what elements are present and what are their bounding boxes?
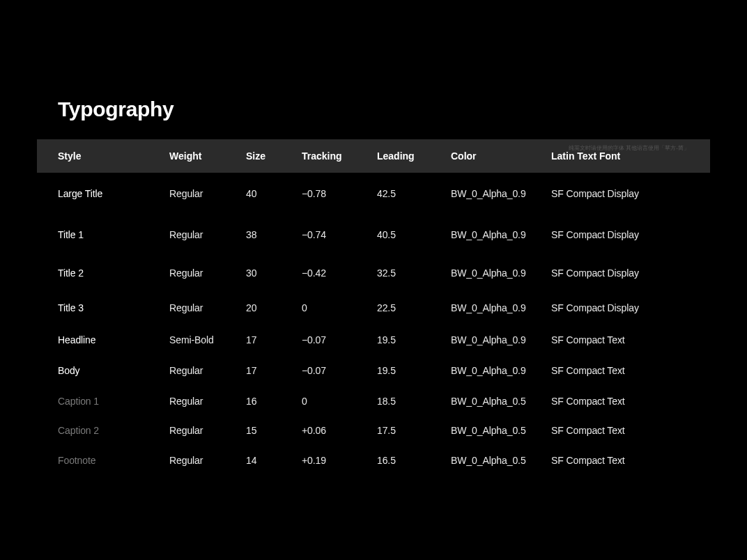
cell-leading: 19.5 [377, 365, 451, 376]
cell-font: SF Compact Text [551, 455, 691, 466]
cell-tracking: −0.78 [302, 188, 377, 199]
table-row: Title 1Regular38−0.7440.5BW_0_Alpha_0.9S… [37, 214, 710, 255]
cell-weight: Regular [169, 365, 246, 376]
table-header: Style Weight Size Tracking Leading Color… [37, 139, 710, 173]
cell-style: Body [37, 365, 169, 376]
header-size: Size [246, 150, 302, 162]
cell-weight: Regular [169, 229, 246, 240]
cell-tracking: −0.07 [302, 365, 377, 376]
cell-leading: 18.5 [377, 396, 451, 407]
cell-leading: 17.5 [377, 425, 451, 436]
header-color: Color [451, 150, 551, 162]
table-row: Caption 2Regular15+0.0617.5BW_0_Alpha_0.… [37, 416, 710, 445]
cell-size: 20 [246, 302, 302, 313]
cell-tracking: +0.19 [302, 455, 377, 466]
cell-style: Title 3 [37, 302, 169, 313]
cell-weight: Regular [169, 396, 246, 407]
cell-color: BW_0_Alpha_0.9 [451, 267, 551, 279]
cell-color: BW_0_Alpha_0.5 [451, 425, 551, 436]
cell-size: 16 [246, 396, 302, 407]
header-style: Style [37, 150, 169, 162]
header-weight: Weight [169, 150, 246, 162]
table-row: Caption 1Regular16018.5BW_0_Alpha_0.5SF … [37, 386, 710, 416]
cell-leading: 22.5 [377, 302, 451, 313]
cell-font: SF Compact Text [551, 365, 691, 376]
cell-tracking: −0.74 [302, 229, 377, 240]
cell-leading: 16.5 [377, 455, 451, 466]
table-row: Large TitleRegular40−0.7842.5BW_0_Alpha_… [37, 173, 710, 214]
cell-font: SF Compact Display [551, 302, 691, 313]
cell-style: Headline [37, 334, 169, 345]
cell-weight: Regular [169, 188, 246, 199]
cell-font: SF Compact Display [551, 229, 691, 240]
cell-leading: 32.5 [377, 267, 451, 279]
table-body: Large TitleRegular40−0.7842.5BW_0_Alpha_… [37, 173, 710, 476]
cell-weight: Regular [169, 267, 246, 279]
cell-tracking: +0.06 [302, 425, 377, 436]
cell-tracking: −0.42 [302, 267, 377, 279]
cell-leading: 42.5 [377, 188, 451, 199]
cell-style: Footnote [37, 455, 169, 466]
cell-weight: Regular [169, 302, 246, 313]
cell-tracking: 0 [302, 396, 377, 407]
cell-size: 17 [246, 365, 302, 376]
header-leading: Leading [377, 150, 451, 162]
cell-size: 17 [246, 334, 302, 345]
cell-weight: Regular [169, 455, 246, 466]
cell-font: SF Compact Display [551, 267, 691, 279]
cell-font: SF Compact Text [551, 425, 691, 436]
cell-tracking: 0 [302, 302, 377, 313]
header-tracking: Tracking [302, 150, 377, 162]
cell-color: BW_0_Alpha_0.9 [451, 188, 551, 199]
cell-leading: 40.5 [377, 229, 451, 240]
cell-color: BW_0_Alpha_0.9 [451, 365, 551, 376]
header-font: Latin Text Font [551, 150, 691, 162]
cell-color: BW_0_Alpha_0.9 [451, 302, 551, 313]
cell-color: BW_0_Alpha_0.5 [451, 396, 551, 407]
cell-tracking: −0.07 [302, 334, 377, 345]
cell-font: SF Compact Text [551, 396, 691, 407]
cell-size: 40 [246, 188, 302, 199]
cell-size: 14 [246, 455, 302, 466]
typography-spec: Typography Style Weight Size Tracking Le… [0, 0, 747, 476]
header-note: 纯英文时请使用的字体 其他语言使用「苹方-简」 [569, 145, 689, 152]
cell-style: Title 1 [37, 229, 169, 240]
cell-style: Title 2 [37, 267, 169, 279]
cell-size: 30 [246, 267, 302, 279]
table-row: FootnoteRegular14+0.1916.5BW_0_Alpha_0.5… [37, 445, 710, 476]
cell-color: BW_0_Alpha_0.9 [451, 229, 551, 240]
cell-color: BW_0_Alpha_0.5 [451, 455, 551, 466]
cell-font: SF Compact Display [551, 188, 691, 199]
table-row: Title 2Regular30−0.4232.5BW_0_Alpha_0.9S… [37, 255, 710, 291]
cell-size: 15 [246, 425, 302, 436]
cell-color: BW_0_Alpha_0.9 [451, 334, 551, 345]
cell-style: Large Title [37, 188, 169, 199]
cell-font: SF Compact Text [551, 334, 691, 345]
table-row: Title 3Regular20022.5BW_0_Alpha_0.9SF Co… [37, 291, 710, 325]
table-row: BodyRegular17−0.0719.5BW_0_Alpha_0.9SF C… [37, 355, 710, 386]
typography-table: Style Weight Size Tracking Leading Color… [37, 139, 710, 476]
cell-style: Caption 2 [37, 425, 169, 436]
cell-size: 38 [246, 229, 302, 240]
page-title: Typography [58, 98, 710, 121]
cell-weight: Regular [169, 425, 246, 436]
cell-style: Caption 1 [37, 396, 169, 407]
cell-leading: 19.5 [377, 334, 451, 345]
cell-weight: Semi-Bold [169, 334, 246, 345]
table-row: HeadlineSemi-Bold17−0.0719.5BW_0_Alpha_0… [37, 325, 710, 355]
